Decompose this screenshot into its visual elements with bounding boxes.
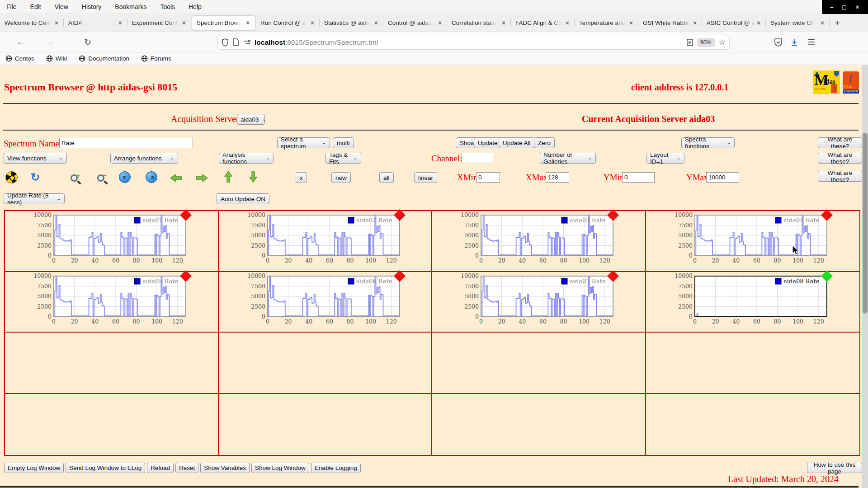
tab-close-icon[interactable]: ✕: [436, 19, 443, 27]
shield-icon[interactable]: [222, 38, 229, 47]
spectrum-chart[interactable]: 020406080100120025005000750010000 aida03…: [464, 212, 618, 270]
reload-button[interactable]: Reload: [147, 463, 174, 473]
new-button[interactable]: new: [331, 172, 351, 183]
arrow-down-icon[interactable]: [247, 170, 259, 183]
xmin-input[interactable]: [476, 172, 500, 183]
zero-button[interactable]: Zero: [534, 137, 555, 148]
tab-close-icon[interactable]: ✕: [755, 19, 762, 27]
tab-asic-control-a[interactable]: ASIC Control @ a✕: [702, 14, 766, 32]
download-icon[interactable]: [790, 38, 798, 47]
midas-logo[interactable]: M idas powered by ƒ: [813, 70, 840, 94]
menu-tools[interactable]: Tools: [160, 3, 175, 10]
tab-control-aidas[interactable]: Control @ aidas✕: [383, 14, 447, 32]
gallery-cell-6[interactable]: 020406080100120025005000750010000 aida06…: [219, 272, 433, 333]
page-scrollbar[interactable]: [862, 65, 868, 488]
how-to-use-button[interactable]: How to use this page: [807, 463, 862, 473]
gallery-cell-2[interactable]: 020406080100120025005000750010000 aida02…: [219, 211, 433, 272]
arrow-left-icon[interactable]: [170, 172, 182, 184]
empty-log-window-button[interactable]: Empty Log Window: [4, 463, 64, 473]
linear-button[interactable]: linear: [414, 172, 437, 183]
page-icon[interactable]: [233, 38, 239, 46]
zoom-level-badge[interactable]: 90%: [697, 38, 715, 47]
minimize-icon[interactable]: –: [830, 4, 833, 10]
tab-system-wide-ch[interactable]: System wide Ch✕: [766, 14, 830, 32]
analysis-functions-select[interactable]: Analysis functions⌄: [219, 153, 274, 164]
tab-close-icon[interactable]: ✕: [53, 19, 60, 27]
tab-aida[interactable]: AIDA✕: [64, 14, 127, 32]
gallery-cell-5[interactable]: 020406080100120025005000750010000 aida05…: [5, 272, 219, 333]
what-are-these-button[interactable]: What are these?: [818, 153, 862, 164]
menu-bookmarks[interactable]: Bookmarks: [115, 3, 146, 10]
tab-fadc-align-co[interactable]: FADC Align & Co✕: [511, 14, 575, 32]
enable-logging-button[interactable]: Enable Logging: [311, 463, 361, 473]
spectrum-chart[interactable]: 020406080100120025005000750010000 aida05…: [37, 273, 190, 331]
page-down-icon[interactable]: »: [118, 171, 131, 183]
update-all-button[interactable]: Update All: [499, 137, 535, 148]
x-axis-button[interactable]: x: [296, 172, 307, 183]
gallery-cell-1[interactable]: 020406080100120025005000750010000 aida01…: [5, 211, 219, 272]
spectrum-chart[interactable]: 020406080100120025005000750010000 aida06…: [250, 273, 404, 331]
forward-icon[interactable]: →: [45, 37, 54, 47]
arrange-functions-select[interactable]: Arrange functions⌄: [110, 153, 178, 164]
tab-spectrum-brows[interactable]: Spectrum Brows✕: [192, 15, 255, 30]
update-rate-select[interactable]: Update Rate (8 secs)⌄: [4, 193, 65, 204]
tab-close-icon[interactable]: ✕: [500, 19, 507, 27]
ymin-input[interactable]: [622, 172, 655, 183]
tcl-powered-logo[interactable]: ƒ TCL POWERED: [842, 70, 859, 94]
bookmark-documentation[interactable]: Documentation: [79, 55, 129, 62]
spectrum-chart[interactable]: 020406080100120025005000750010000 aida07…: [464, 273, 618, 331]
what-are-these-button[interactable]: What are these?: [818, 171, 862, 182]
tab-gsi-white-rabbit[interactable]: GSI White Rabbit✕: [638, 14, 702, 32]
show-log-window-button[interactable]: Show Log Window: [251, 463, 309, 473]
multi-button[interactable]: multi: [333, 137, 354, 148]
channel-input[interactable]: [462, 153, 493, 163]
bookmark-wiki[interactable]: Wiki: [46, 55, 67, 62]
url-bar[interactable]: localhost:8015/Spectrum/Spectrum.tml 90%…: [217, 35, 730, 50]
zero-all-radiation-icon[interactable]: [5, 171, 18, 183]
view-functions-select[interactable]: View functions⌄: [4, 153, 67, 164]
menu-history[interactable]: History: [82, 3, 102, 10]
select-spectrum-select[interactable]: Select a spectrum⌄: [277, 137, 330, 148]
refresh-icon[interactable]: ↻: [29, 171, 42, 183]
back-icon[interactable]: ←: [16, 37, 25, 47]
tab-temperature-and[interactable]: Temperature and✕: [575, 14, 638, 32]
tab-close-icon[interactable]: ✕: [373, 19, 380, 27]
zoom-out-icon[interactable]: −: [94, 172, 107, 184]
tab-close-icon[interactable]: ✕: [180, 19, 188, 27]
bookmark-centos[interactable]: Centos: [5, 55, 34, 62]
reload-icon[interactable]: ↻: [84, 37, 91, 47]
menu-edit[interactable]: Edit: [30, 3, 41, 10]
page-up-icon[interactable]: »: [145, 171, 158, 183]
tab-close-icon[interactable]: ✕: [691, 19, 698, 27]
tab-close-icon[interactable]: ✕: [117, 19, 124, 27]
ymax-input[interactable]: [706, 172, 739, 183]
bookmark-star-icon[interactable]: ☆: [719, 38, 726, 47]
gallery-cell-8[interactable]: 020406080100120025005000750010000 aida08…: [646, 272, 860, 333]
tab-experiment-cont[interactable]: Experiment Cont✕: [127, 14, 191, 32]
acquisition-server-select[interactable]: aida03⌄: [237, 114, 265, 125]
auto-update-button[interactable]: Auto Update ON: [217, 193, 269, 204]
menu-view[interactable]: View: [55, 3, 68, 10]
update-button[interactable]: Update: [474, 137, 502, 148]
connection-icon[interactable]: [243, 40, 250, 45]
show-variables-button[interactable]: Show Variables: [200, 463, 250, 473]
spectrum-chart[interactable]: 020406080100120025005000750010000 aida08…: [678, 273, 831, 331]
tab-welcome-to-cent[interactable]: Welcome to Cent✕: [0, 14, 64, 32]
tab-statistics-aida[interactable]: Statistics @ aida✕: [320, 14, 383, 32]
tab-close-icon[interactable]: ✕: [309, 19, 316, 27]
number-of-galleries-select[interactable]: Number of Galleries⌄: [540, 153, 596, 164]
scrollbar-thumb[interactable]: [863, 133, 868, 314]
arrow-up-icon[interactable]: [222, 170, 235, 183]
what-are-these-button[interactable]: What are these?: [818, 137, 862, 148]
menu-file[interactable]: File: [6, 3, 17, 10]
bookmark-forums[interactable]: Forums: [141, 55, 171, 62]
maximize-icon[interactable]: ▢: [842, 4, 847, 10]
spectrum-chart[interactable]: 020406080100120025005000750010000 aida04…: [678, 212, 831, 270]
reset-button[interactable]: Reset: [175, 463, 198, 473]
url-text[interactable]: localhost:8015/Spectrum/Spectrum.tml: [255, 38, 683, 47]
pocket-icon[interactable]: [774, 38, 783, 47]
gallery-cell-7[interactable]: 020406080100120025005000750010000 aida07…: [432, 272, 646, 333]
tab-run-control-a[interactable]: Run Control @ a✕: [256, 14, 320, 32]
close-icon[interactable]: ✕: [855, 4, 859, 10]
reader-view-icon[interactable]: [687, 39, 693, 46]
